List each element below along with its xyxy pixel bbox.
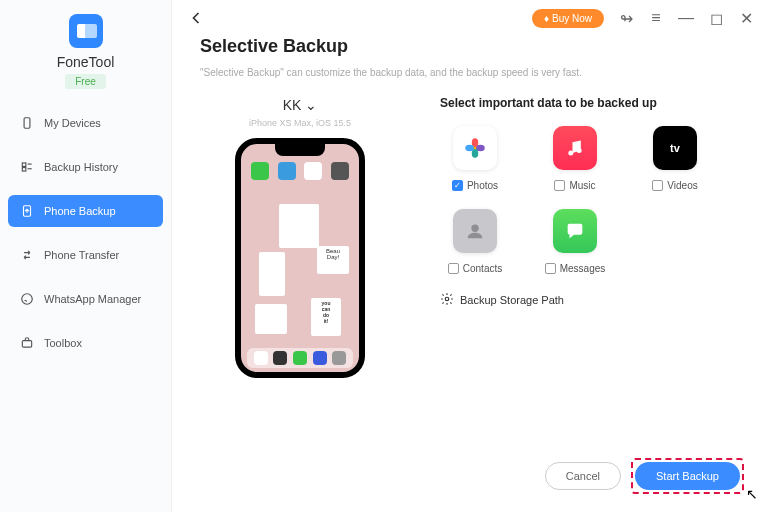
svg-point-6: [22, 294, 33, 305]
gear-icon: [440, 292, 454, 308]
topbar: ♦ Buy Now ↬ ≡ — ◻ ✕: [172, 0, 768, 36]
minimize-button[interactable]: —: [678, 10, 694, 26]
cursor-icon: ↖: [746, 486, 758, 502]
page-subtitle: "Selective Backup" can customize the bac…: [200, 67, 740, 78]
music-icon: [553, 126, 597, 170]
nav-label: Phone Transfer: [44, 249, 119, 261]
maximize-button[interactable]: ◻: [708, 10, 724, 26]
chevron-down-icon: ⌄: [305, 97, 317, 113]
checkbox-music[interactable]: [554, 180, 565, 191]
card-photos[interactable]: Photos: [440, 126, 510, 191]
start-backup-highlight: Start Backup: [631, 458, 744, 494]
history-icon: [20, 160, 34, 174]
videos-icon: tv: [653, 126, 697, 170]
app-logo: [69, 14, 103, 48]
transfer-icon: [20, 248, 34, 262]
svg-rect-1: [22, 163, 26, 167]
brand-name: FoneTool: [57, 54, 115, 70]
device-name-text: KK: [283, 97, 302, 113]
device-info: iPhone XS Max, iOS 15.5: [200, 118, 400, 128]
nav-phone-backup[interactable]: Phone Backup: [8, 195, 163, 227]
whatsapp-icon: [20, 292, 34, 306]
card-videos[interactable]: tv Videos: [640, 126, 710, 191]
nav-whatsapp-manager[interactable]: WhatsApp Manager: [8, 283, 163, 315]
nav-my-devices[interactable]: My Devices: [8, 107, 163, 139]
checkbox-photos[interactable]: [452, 180, 463, 191]
photos-icon: [453, 126, 497, 170]
nav-label: WhatsApp Manager: [44, 293, 141, 305]
nav-label: Phone Backup: [44, 205, 116, 217]
nav-toolbox[interactable]: Toolbox: [8, 327, 163, 359]
svg-rect-7: [22, 341, 31, 347]
menu-icon[interactable]: ≡: [648, 10, 664, 26]
svg-point-15: [471, 225, 478, 232]
checkbox-contacts[interactable]: [448, 263, 459, 274]
svg-rect-0: [24, 118, 30, 129]
nav-label: Backup History: [44, 161, 118, 173]
buy-now-button[interactable]: ♦ Buy Now: [532, 9, 604, 28]
card-music[interactable]: Music: [540, 126, 610, 191]
svg-point-16: [445, 297, 449, 301]
device-selector[interactable]: KK ⌄: [283, 97, 318, 113]
close-button[interactable]: ✕: [738, 10, 754, 26]
content: Selective Backup "Selective Backup" can …: [172, 36, 768, 512]
device-icon: [20, 116, 34, 130]
data-column: Select important data to be backed up Ph…: [440, 96, 740, 378]
main: ♦ Buy Now ↬ ≡ — ◻ ✕ Selective Backup "Se…: [172, 0, 768, 512]
contacts-icon: [453, 209, 497, 253]
back-button[interactable]: [186, 8, 206, 28]
svg-point-11: [472, 149, 479, 158]
section-title: Select important data to be backed up: [440, 96, 740, 110]
nav-phone-transfer[interactable]: Phone Transfer: [8, 239, 163, 271]
svg-point-12: [465, 145, 474, 152]
card-contacts[interactable]: Contacts: [440, 209, 510, 274]
svg-point-10: [476, 145, 485, 152]
backup-icon: [20, 204, 34, 218]
cancel-button[interactable]: Cancel: [545, 462, 621, 490]
svg-point-9: [472, 138, 479, 147]
footer-actions: Cancel Start Backup: [545, 458, 744, 494]
backup-storage-path[interactable]: Backup Storage Path: [440, 292, 740, 308]
start-backup-button[interactable]: Start Backup: [635, 462, 740, 490]
nav-label: My Devices: [44, 117, 101, 129]
card-messages[interactable]: Messages: [540, 209, 610, 274]
toolbox-icon: [20, 336, 34, 350]
page-title: Selective Backup: [200, 36, 740, 57]
svg-point-13: [568, 151, 573, 156]
device-column: KK ⌄ iPhone XS Max, iOS 15.5: [200, 96, 400, 378]
nav-label: Toolbox: [44, 337, 82, 349]
link-icon[interactable]: ↬: [618, 10, 634, 26]
nav: My Devices Backup History Phone Backup P…: [0, 107, 171, 371]
checkbox-messages[interactable]: [545, 263, 556, 274]
nav-backup-history[interactable]: Backup History: [8, 151, 163, 183]
messages-icon: [553, 209, 597, 253]
phone-preview: BeauDay! youcandoit!: [235, 138, 365, 378]
checkbox-videos[interactable]: [652, 180, 663, 191]
svg-point-14: [577, 148, 582, 153]
svg-rect-2: [22, 168, 26, 172]
sidebar: FoneTool Free My Devices Backup History …: [0, 0, 172, 512]
free-badge: Free: [65, 74, 106, 89]
